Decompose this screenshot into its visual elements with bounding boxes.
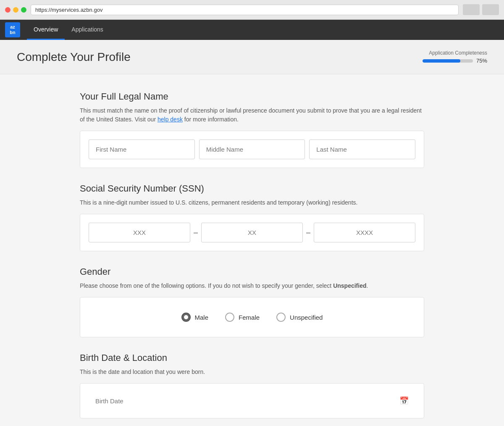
progress-bar-container <box>423 59 473 63</box>
progress-bar-fill <box>423 59 460 63</box>
gender-option-female[interactable]: Female <box>225 313 260 322</box>
forward-button[interactable] <box>482 4 499 15</box>
middle-name-input[interactable] <box>199 139 305 159</box>
back-button[interactable] <box>463 4 480 15</box>
app-logo: azbn <box>5 22 20 37</box>
calendar-icon[interactable]: 📅 <box>399 396 409 405</box>
gender-card: Male Female Unspecified <box>80 297 424 337</box>
ssn-description: This is a nine-digit number issued to U.… <box>80 198 424 207</box>
gender-option-male[interactable]: Male <box>181 313 209 322</box>
birth-date-section: Birth Date & Location This is the date a… <box>80 352 424 418</box>
legal-name-description: This must match the name on the proof of… <box>80 106 424 124</box>
app-navbar: azbn Overview Applications <box>0 20 504 40</box>
ssn-part3-input[interactable] <box>314 223 415 242</box>
completeness-percentage: 75% <box>476 58 487 64</box>
ssn-dash-2: – <box>303 228 314 237</box>
birth-date-row: 📅 <box>89 392 415 410</box>
gender-options-row: Male Female Unspecified <box>89 306 415 329</box>
name-row <box>89 139 415 159</box>
ssn-title: Social Security Number (SSN) <box>80 183 424 194</box>
maximize-button[interactable] <box>21 7 26 13</box>
ssn-dash-1: – <box>190 228 201 237</box>
birth-date-title: Birth Date & Location <box>80 352 424 363</box>
nav-tabs: Overview Applications <box>27 20 110 40</box>
first-name-input[interactable] <box>89 139 195 159</box>
legal-name-section: Your Full Legal Name This must match the… <box>80 91 424 168</box>
page-title: Complete Your Profile <box>17 50 131 64</box>
ssn-card: – – <box>80 214 424 251</box>
last-name-input[interactable] <box>309 139 415 159</box>
birth-date-card: 📅 <box>80 383 424 418</box>
main-content: Your Full Legal Name This must match the… <box>71 74 433 426</box>
close-button[interactable] <box>5 7 10 13</box>
gender-title: Gender <box>80 266 424 277</box>
help-desk-link[interactable]: help desk <box>158 116 183 123</box>
radio-unspecified[interactable] <box>276 313 286 322</box>
legal-name-title: Your Full Legal Name <box>80 91 424 102</box>
birth-date-input[interactable] <box>95 397 399 405</box>
nav-buttons <box>463 4 499 15</box>
radio-female[interactable] <box>225 313 234 322</box>
radio-male[interactable] <box>181 313 191 322</box>
birth-date-description: This is the date and location that you w… <box>80 368 424 376</box>
completeness-row: 75% <box>423 58 487 64</box>
tab-applications[interactable]: Applications <box>65 20 110 40</box>
gender-description: Please choose from one of the following … <box>80 281 424 290</box>
ssn-part2-input[interactable] <box>201 223 303 242</box>
page-header: Complete Your Profile Application Comple… <box>0 40 504 74</box>
browser-chrome: https://myservices.azbn.gov <box>0 0 504 20</box>
gender-section: Gender Please choose from one of the fol… <box>80 266 424 337</box>
ssn-row: – – <box>89 223 415 242</box>
completeness-label: Application Completeness <box>423 50 487 56</box>
logo-text: azbn <box>10 24 15 35</box>
address-bar[interactable]: https://myservices.azbn.gov <box>31 5 459 15</box>
ssn-section: Social Security Number (SSN) This is a n… <box>80 183 424 251</box>
ssn-part1-input[interactable] <box>89 223 190 242</box>
minimize-button[interactable] <box>13 7 18 13</box>
completeness-widget: Application Completeness 75% <box>423 50 487 64</box>
legal-name-card <box>80 131 424 168</box>
tab-overview[interactable]: Overview <box>27 20 65 40</box>
gender-option-unspecified[interactable]: Unspecified <box>276 313 323 322</box>
traffic-lights <box>5 7 26 13</box>
